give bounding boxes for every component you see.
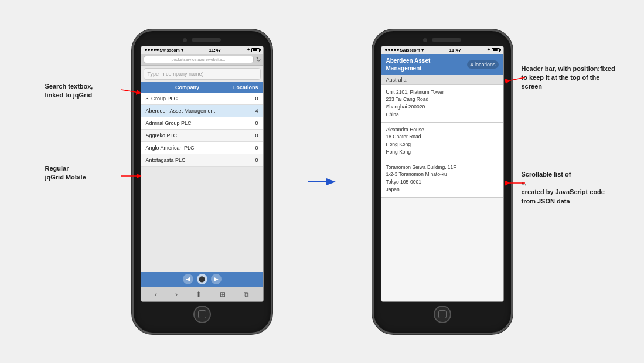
left-phone: Swisscom ▾ 11:47 ✦ pocketservice.azurewe… <box>132 29 272 334</box>
arrow-jqgrid <box>121 176 122 177</box>
list-item: Alexandra House 18 Chater Road Hong Kong… <box>381 123 503 160</box>
carrier-left: Swisscom <box>160 48 180 52</box>
status-left: Swisscom ▾ <box>145 48 183 53</box>
time-left: 11:47 <box>209 48 220 53</box>
share-button[interactable]: ⬆ <box>196 290 202 298</box>
location-address: Unit 2101, Platinum Tower 233 Tai Cang R… <box>386 89 499 118</box>
time-right: 11:47 <box>449 48 461 53</box>
cell-company: Antofagasta PLC <box>146 157 229 163</box>
refresh-button[interactable]: ↻ <box>256 56 261 63</box>
list-item: Toranomon Seiwa Building. 11F 1-2-3 Tora… <box>381 160 503 198</box>
carrier-right: Swisscom <box>400 48 420 52</box>
table-row[interactable]: Aggreko PLC 0 <box>141 130 263 142</box>
cell-locations: 0 <box>229 157 258 163</box>
wifi-icon-right: ▾ <box>421 48 424 53</box>
grid-col-company: Company <box>146 84 229 90</box>
table-row[interactable]: Aberdeen Asset Management 4 <box>141 105 263 117</box>
cell-company: Admiral Group PLC <box>146 120 229 126</box>
speaker-left <box>192 38 221 42</box>
table-row[interactable]: 3i Group PLC 0 <box>141 93 263 105</box>
annotation-jqgrid-mobile: RegularjqGrid Mobile <box>45 164 121 182</box>
table-row[interactable]: Antofagasta PLC 0 <box>141 154 263 167</box>
location-address: Toranomon Seiwa Building. 11F 1-2-3 Tora… <box>386 164 499 194</box>
scene: Swisscom ▾ 11:47 ✦ pocketservice.azurewe… <box>0 0 644 363</box>
wifi-icon-left: ▾ <box>181 48 183 53</box>
status-right-right: ✦ <box>487 48 500 52</box>
table-row[interactable]: Anglo American PLC 0 <box>141 142 263 154</box>
bookmarks-button[interactable]: ⊞ <box>220 290 226 298</box>
bluetooth-icon-right: ✦ <box>487 48 490 52</box>
grid-header: Company Locations <box>141 82 263 93</box>
cell-locations: 0 <box>229 120 258 126</box>
forward-button[interactable]: › <box>175 290 178 298</box>
battery-left <box>251 48 260 52</box>
blue-arrow-container <box>308 176 337 188</box>
arrow-scrollable <box>525 183 526 184</box>
table-row[interactable]: Admiral Group PLC 0 <box>141 117 263 130</box>
camera-left <box>183 38 187 42</box>
list-item: Unit 2101, Platinum Tower 233 Tai Cang R… <box>381 85 503 123</box>
signal-dots <box>145 49 159 51</box>
cell-company: 3i Group PLC <box>146 96 229 101</box>
bluetooth-icon: ✦ <box>247 48 250 52</box>
grid-body: 3i Group PLC 0 Aberdeen Asset Management… <box>141 93 263 272</box>
phone-top-right <box>379 38 506 42</box>
right-phone-wrapper: Swisscom ▾ 11:47 ✦ Aberdeen Asset <box>372 29 513 334</box>
cell-company: Anglo American PLC <box>146 145 229 151</box>
cell-locations: 4 <box>229 108 258 114</box>
cell-company: Aggreko PLC <box>146 133 229 138</box>
right-screen: Swisscom ▾ 11:47 ✦ Aberdeen Asset <box>381 46 504 302</box>
cell-locations: 0 <box>229 133 258 138</box>
camera-right <box>423 38 427 42</box>
url-bar-left[interactable]: pocketservice.azurewebsite... <box>144 56 254 63</box>
browser-bar-left: pocketservice.azurewebsite... ↻ <box>141 54 263 66</box>
cell-company: Aberdeen Asset Management <box>146 108 229 114</box>
detail-body: Unit 2101, Platinum Tower 233 Tai Cang R… <box>381 85 503 301</box>
detail-header: Aberdeen Asset Management 4 locations <box>381 54 503 75</box>
phone-top-left <box>138 38 266 42</box>
status-bar-left: Swisscom ▾ 11:47 ✦ <box>141 46 263 54</box>
grid-col-locations: Locations <box>229 84 258 90</box>
detail-count: 4 locations <box>467 60 498 69</box>
detail-company-title: Aberdeen Asset Management <box>386 57 431 72</box>
browser-nav-left: ‹ › ⬆ ⊞ ⧉ <box>141 287 263 301</box>
home-button-inner-right <box>438 310 447 318</box>
annotation-header-bar: Header bar, with position:fixedto keep i… <box>522 65 636 91</box>
status-bar-right: Swisscom ▾ 11:47 ✦ <box>381 46 503 54</box>
detail-subtitle: Australia <box>381 75 503 85</box>
cell-locations: 0 <box>229 96 258 101</box>
cell-locations: 0 <box>229 145 258 151</box>
annotation-scrollable-divs: Scrollable list of s,created by JavaScri… <box>522 170 636 206</box>
speaker-right <box>432 38 461 42</box>
next-page-button[interactable]: ▶ <box>211 274 222 284</box>
location-address: Alexandra House 18 Chater Road Hong Kong… <box>386 126 499 156</box>
left-phone-wrapper: Swisscom ▾ 11:47 ✦ pocketservice.azurewe… <box>132 29 272 334</box>
current-page-button[interactable]: ⬤ <box>197 274 207 284</box>
signal-dots-right <box>385 49 399 51</box>
back-button[interactable]: ‹ <box>155 290 157 298</box>
blue-arrow-svg <box>308 176 337 188</box>
tabs-button[interactable]: ⧉ <box>244 290 249 298</box>
search-box[interactable]: Type in company name) <box>144 68 261 80</box>
home-button-right[interactable] <box>434 306 451 323</box>
home-button-inner-left <box>198 310 206 318</box>
arrow-search <box>121 90 122 90</box>
home-button-left[interactable] <box>193 306 211 323</box>
status-left-right: Swisscom ▾ <box>385 48 424 53</box>
right-phone: Swisscom ▾ 11:47 ✦ Aberdeen Asset <box>372 29 513 334</box>
left-screen: Swisscom ▾ 11:47 ✦ pocketservice.azurewe… <box>141 46 264 302</box>
grid-pagination: ◀ ⬤ ▶ <box>141 272 263 287</box>
annotation-search-textbox: Search textbox,linked to jqGrid <box>45 82 121 100</box>
status-right-left: ✦ <box>247 48 260 52</box>
battery-right <box>492 48 500 52</box>
arrow-header-bar <box>525 77 526 78</box>
prev-page-button[interactable]: ◀ <box>183 274 193 284</box>
